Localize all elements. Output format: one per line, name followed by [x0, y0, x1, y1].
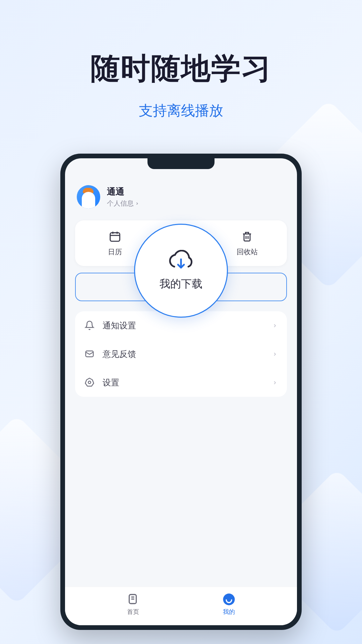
svg-point-8: [88, 381, 91, 384]
menu-item-settings[interactable]: 设置: [75, 368, 287, 397]
shortcut-trash-label: 回收站: [237, 247, 258, 257]
cloud-download-icon: [168, 250, 194, 271]
document-icon: [127, 593, 139, 606]
user-name: 通通: [107, 186, 139, 198]
download-feature-highlight[interactable]: 我的下载: [134, 224, 228, 318]
nav-mine[interactable]: 我的: [223, 593, 235, 616]
phone-notch: [147, 158, 215, 169]
bell-icon: [84, 320, 95, 331]
mail-icon: [84, 349, 95, 360]
chevron-right-icon: [272, 380, 278, 385]
bottom-nav: 首页 我的: [65, 587, 297, 625]
phone-mockup: 通通 个人信息 日历 ·: [60, 154, 302, 630]
avatar-figure-decoration: [82, 192, 95, 209]
nav-home[interactable]: 首页: [127, 593, 139, 616]
avatar[interactable]: [77, 185, 100, 209]
menu-feedback-label: 意见反馈: [103, 348, 265, 360]
menu-list: 通知设置 意见反馈 设置: [75, 311, 287, 397]
menu-settings-label: 设置: [103, 377, 265, 388]
svg-rect-0: [110, 233, 120, 241]
profile-link[interactable]: 个人信息: [107, 199, 139, 208]
calendar-icon: [108, 230, 122, 243]
nav-mine-label: 我的: [223, 608, 235, 616]
promo-subtitle: 支持离线播放: [0, 101, 362, 120]
download-label: 我的下载: [160, 277, 202, 291]
chevron-right-icon: [272, 352, 278, 357]
promo-header: 随时随地学习 支持离线播放: [0, 0, 362, 120]
menu-item-feedback[interactable]: 意见反馈: [75, 340, 287, 368]
shortcut-calendar-label: 日历: [108, 247, 122, 257]
gear-icon: [84, 377, 95, 388]
nav-home-label: 首页: [127, 608, 139, 616]
svg-marker-7: [85, 378, 94, 386]
chevron-right-icon: [272, 323, 278, 328]
phone-frame: 通通 个人信息 日历 ·: [60, 154, 302, 630]
user-info: 通通 个人信息: [107, 186, 139, 208]
phone-screen: 通通 个人信息 日历 ·: [65, 158, 297, 625]
svg-point-13: [223, 594, 235, 605]
trash-icon: [240, 230, 254, 243]
chevron-right-icon: [135, 202, 139, 206]
smile-icon: [223, 593, 235, 606]
menu-notifications-label: 通知设置: [103, 320, 265, 331]
promo-title: 随时随地学习: [0, 49, 362, 89]
profile-link-label: 个人信息: [107, 199, 134, 208]
